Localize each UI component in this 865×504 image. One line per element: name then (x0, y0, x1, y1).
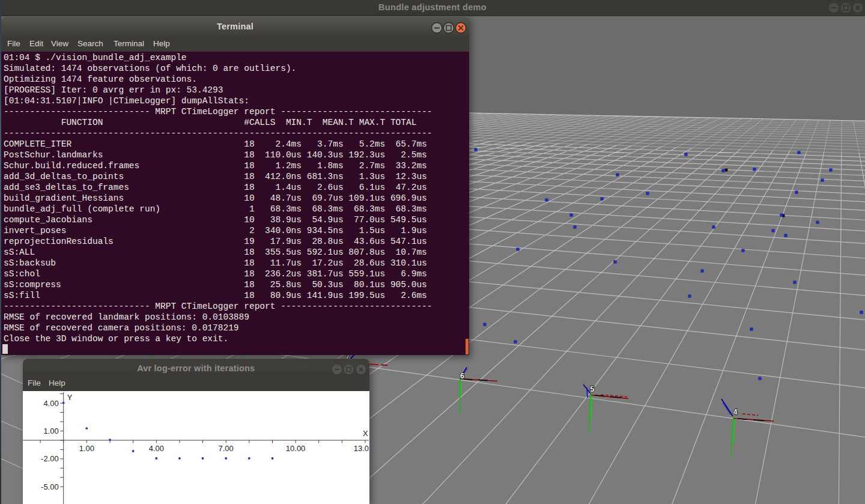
svg-text:4.00: 4.00 (149, 444, 164, 453)
svg-text:1.00: 1.00 (43, 427, 58, 436)
svg-text:6: 6 (460, 372, 464, 380)
svg-text:5: 5 (590, 385, 595, 393)
svg-text:1.00: 1.00 (79, 444, 94, 453)
svg-text:-5.00: -5.00 (41, 482, 59, 491)
svg-text:Y: Y (67, 393, 73, 402)
svg-text:10.00: 10.00 (286, 444, 306, 453)
svg-text:-2.00: -2.00 (41, 454, 59, 463)
svg-text:4: 4 (733, 408, 738, 416)
svg-text:13.0: 13.0 (354, 444, 369, 453)
svg-text:4.00: 4.00 (43, 399, 58, 408)
svg-text:7.00: 7.00 (219, 444, 234, 453)
svg-text:X: X (363, 429, 368, 438)
